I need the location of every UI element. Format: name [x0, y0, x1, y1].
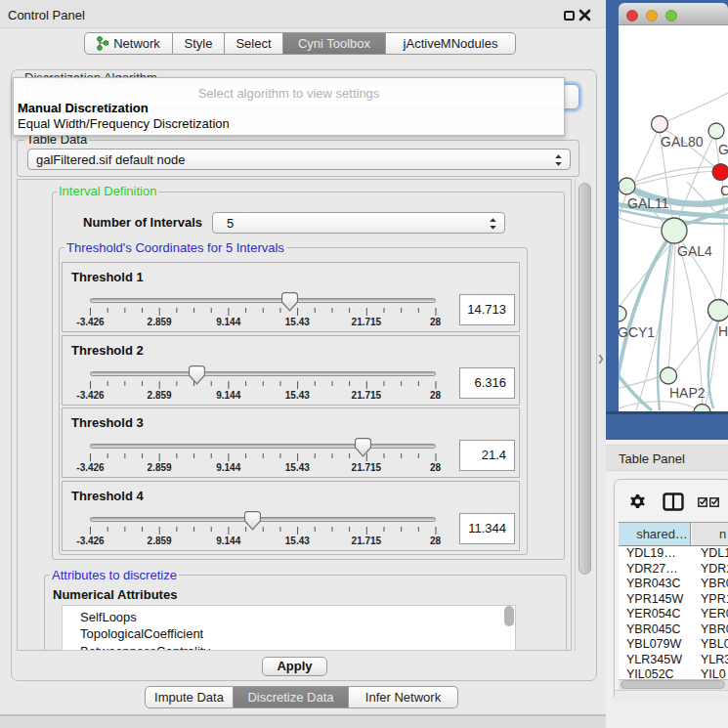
svg-text:C: C [720, 183, 728, 198]
svg-text:H: H [718, 323, 728, 339]
svg-text:G.: G. [718, 142, 728, 157]
svg-text:GCY1: GCY1 [619, 324, 655, 340]
svg-text:GAL4: GAL4 [677, 243, 712, 259]
svg-text:GAL80: GAL80 [661, 134, 704, 150]
svg-text:GAL11: GAL11 [627, 195, 669, 211]
svg-text:HAP2: HAP2 [669, 385, 706, 401]
